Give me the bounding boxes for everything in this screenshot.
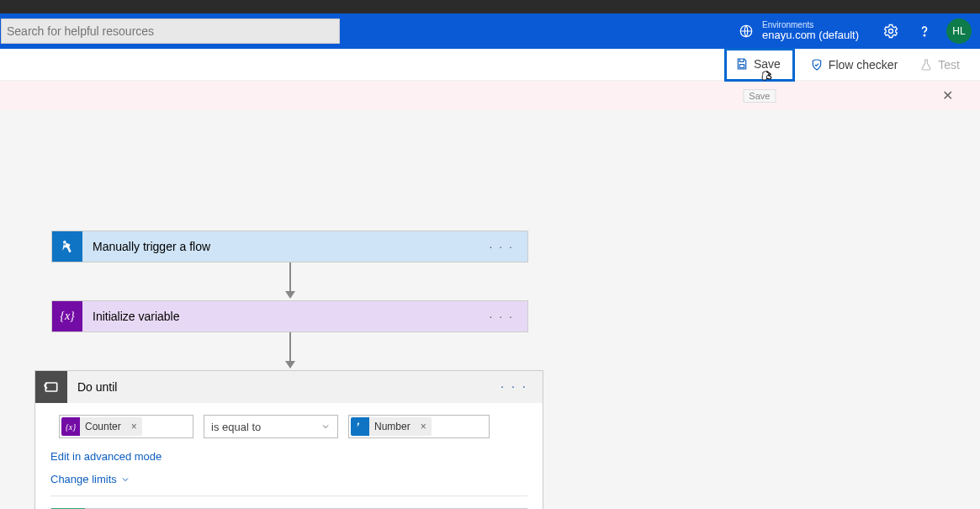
loop-icon <box>35 371 67 403</box>
change-limits-link[interactable]: Change limits <box>50 473 527 485</box>
condition-row: {x} Counter × is equal to Number <box>59 415 527 438</box>
search-input[interactable] <box>1 19 340 44</box>
operator-value: is equal to <box>211 421 261 433</box>
condition-left-input[interactable]: {x} Counter × <box>59 415 193 438</box>
save-label: Save <box>754 57 781 71</box>
variable-icon: {x} <box>61 417 80 436</box>
svg-point-6 <box>358 423 359 425</box>
initialize-variable-card[interactable]: {x} Initialize variable · · · <box>51 300 528 332</box>
edit-advanced-link[interactable]: Edit in advanced mode <box>50 450 527 463</box>
chevron-down-icon <box>120 475 130 485</box>
token-remove[interactable]: × <box>126 417 142 436</box>
token-text: Counter <box>80 417 126 436</box>
flow-checker-button[interactable]: Flow checker <box>805 55 903 75</box>
notification-bar: ✕ <box>0 81 980 110</box>
change-limits-label: Change limits <box>50 473 117 485</box>
token-remove[interactable]: × <box>416 417 432 436</box>
environment-selector[interactable]: Environments enayu.com (default) <box>762 20 859 41</box>
browser-top-bar <box>0 0 980 13</box>
svg-point-4 <box>63 241 66 243</box>
avatar[interactable]: HL <box>946 19 972 44</box>
do-until-card[interactable]: Do until · · · {x} Counter × is equal to <box>34 370 543 509</box>
editor-toolbar: Save Save Flow checker Test <box>0 49 980 81</box>
trigger-icon <box>52 231 82 262</box>
help-button[interactable] <box>910 17 939 45</box>
flow-checker-label: Flow checker <box>829 58 898 72</box>
chevron-down-icon <box>320 422 331 432</box>
svg-point-2 <box>924 34 924 35</box>
do-until-menu[interactable]: · · · <box>485 379 543 395</box>
number-token[interactable]: Number × <box>351 417 432 436</box>
trigger-card[interactable]: Manually trigger a flow · · · <box>51 231 528 262</box>
flow-canvas: Manually trigger a flow · · · {x} Initia… <box>0 110 980 119</box>
trigger-menu[interactable]: · · · <box>476 240 527 253</box>
app-header: Environments enayu.com (default) HL <box>0 13 980 49</box>
init-label: Initialize variable <box>82 310 476 323</box>
checker-icon <box>810 58 824 72</box>
variable-icon: {x} <box>52 301 82 331</box>
environment-icon <box>739 24 754 39</box>
close-icon[interactable]: ✕ <box>942 87 953 103</box>
do-until-header[interactable]: Do until · · · <box>35 371 543 403</box>
test-button[interactable]: Test <box>914 55 965 75</box>
environment-name: enayu.com (default) <box>762 29 859 41</box>
svg-point-1 <box>889 29 893 34</box>
settings-button[interactable] <box>877 17 905 45</box>
trigger-label: Manually trigger a flow <box>82 240 476 253</box>
arrow-icon <box>285 262 295 299</box>
token-text: Number <box>369 417 416 436</box>
operator-select[interactable]: is equal to <box>204 415 338 438</box>
arrow-icon <box>285 332 295 368</box>
do-until-label: Do until <box>67 380 485 394</box>
test-icon <box>919 58 933 72</box>
svg-rect-5 <box>45 383 56 391</box>
save-tooltip: Save <box>743 89 776 103</box>
counter-token[interactable]: {x} Counter × <box>61 417 142 436</box>
save-icon <box>735 57 749 71</box>
test-label: Test <box>938 58 960 72</box>
input-icon <box>351 417 369 436</box>
init-menu[interactable]: · · · <box>476 310 527 323</box>
save-button[interactable]: Save Save <box>724 48 795 82</box>
svg-rect-3 <box>739 64 744 67</box>
condition-right-input[interactable]: Number × <box>348 415 490 438</box>
